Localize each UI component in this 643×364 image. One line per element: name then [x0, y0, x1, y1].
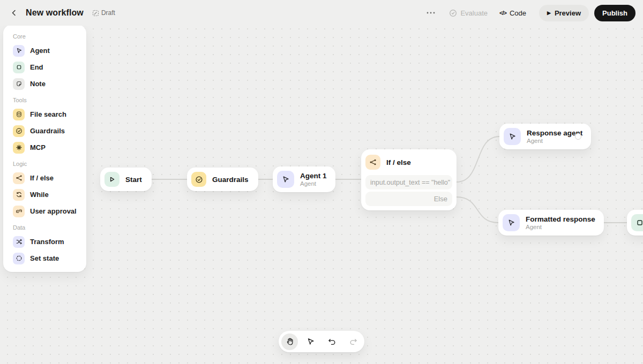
- palette-item-set-state[interactable]: Set state: [3, 250, 86, 267]
- palette-item-mcp[interactable]: MCP: [3, 139, 86, 156]
- node-subtitle: Agent: [527, 138, 582, 144]
- top-bar: New workflow Draft Evaluate </> Code ▶ P…: [0, 0, 643, 26]
- node-formatted-response[interactable]: Formatted response Agent: [498, 210, 604, 236]
- evaluate-icon: [449, 9, 457, 17]
- hand-icon: [286, 337, 294, 346]
- end-icon: [13, 62, 25, 73]
- node-subtitle: Agent: [526, 224, 595, 230]
- palette-item-end[interactable]: End: [3, 59, 86, 75]
- loop-icon: [13, 189, 25, 201]
- evaluate-button[interactable]: Evaluate: [449, 9, 488, 17]
- undo-button[interactable]: [324, 333, 340, 350]
- palette-item-guardrails[interactable]: Guardrails: [3, 123, 86, 139]
- branch-icon: [13, 172, 25, 184]
- section-label-core: Core: [3, 28, 86, 42]
- node-if-else[interactable]: If / else input.output_text == "hello" E…: [361, 149, 457, 210]
- node-subtitle: Agent: [300, 180, 327, 187]
- palette-item-user-approval[interactable]: User approval: [3, 203, 86, 219]
- code-button[interactable]: </> Code: [499, 9, 526, 17]
- node-start[interactable]: Start: [100, 168, 152, 191]
- draft-label: Draft: [101, 9, 115, 17]
- draft-status-badge[interactable]: Draft: [92, 9, 115, 17]
- preview-button[interactable]: ▶ Preview: [539, 5, 589, 21]
- undo-icon: [327, 337, 337, 346]
- palette-item-note[interactable]: Note: [3, 75, 86, 92]
- palette-item-if-else[interactable]: If / else: [3, 170, 86, 186]
- if-condition-row[interactable]: input.output_text == "hello": [365, 175, 452, 189]
- shuffle-icon: [13, 236, 25, 248]
- file-search-icon: [13, 109, 25, 120]
- code-icon: </>: [499, 10, 506, 16]
- page-title: New workflow: [26, 8, 84, 18]
- back-button[interactable]: [8, 6, 20, 19]
- palette-item-while[interactable]: While: [3, 186, 86, 203]
- agent-icon: [13, 45, 25, 57]
- node-guardrails[interactable]: Guardrails: [187, 168, 258, 191]
- cursor-icon: [306, 337, 315, 346]
- agent-icon: [503, 214, 520, 231]
- agent-icon: [504, 128, 521, 145]
- canvas-toolbar: [279, 331, 364, 352]
- workflow-canvas[interactable]: Start Guardrails Agent 1 Agent If / else…: [0, 0, 643, 364]
- guardrails-icon: [13, 125, 25, 137]
- node-title: Response agent: [527, 129, 582, 137]
- play-icon: ▶: [547, 11, 551, 16]
- ellipsis-icon: [427, 12, 435, 14]
- node-title: If / else: [386, 158, 411, 166]
- note-icon: [13, 78, 25, 90]
- palette-item-agent[interactable]: Agent: [3, 42, 86, 59]
- else-row[interactable]: Else: [365, 192, 452, 206]
- grab-tool-button[interactable]: [281, 333, 298, 350]
- section-label-logic: Logic: [3, 156, 86, 170]
- node-title: Agent 1: [300, 172, 327, 180]
- select-tool-button[interactable]: [303, 333, 319, 350]
- section-label-tools: Tools: [3, 92, 86, 106]
- end-icon: [631, 214, 643, 231]
- output-port[interactable]: [575, 133, 581, 140]
- agent-icon: [277, 171, 294, 188]
- node-title: Guardrails: [212, 176, 249, 184]
- node-title: Formatted response: [526, 215, 595, 223]
- section-label-data: Data: [3, 219, 86, 233]
- more-options-button[interactable]: [424, 10, 437, 16]
- dashed-circle-icon: [13, 253, 25, 264]
- node-agent-1[interactable]: Agent 1 Agent: [273, 166, 335, 192]
- play-icon: [104, 172, 119, 187]
- palette-item-transform[interactable]: Transform: [3, 233, 86, 250]
- redo-icon: [349, 337, 358, 346]
- node-end[interactable]: [627, 210, 643, 236]
- node-title: Start: [125, 176, 142, 184]
- edit-icon: [92, 10, 99, 17]
- redo-button[interactable]: [345, 333, 362, 350]
- node-palette: Core Agent End Note Tools File search Gu…: [3, 25, 86, 272]
- thumbs-icon: [13, 206, 25, 217]
- guardrails-icon: [191, 172, 206, 187]
- branch-icon: [365, 155, 380, 170]
- mcp-icon: [13, 142, 25, 154]
- publish-button[interactable]: Publish: [594, 5, 635, 21]
- palette-item-file-search[interactable]: File search: [3, 106, 86, 123]
